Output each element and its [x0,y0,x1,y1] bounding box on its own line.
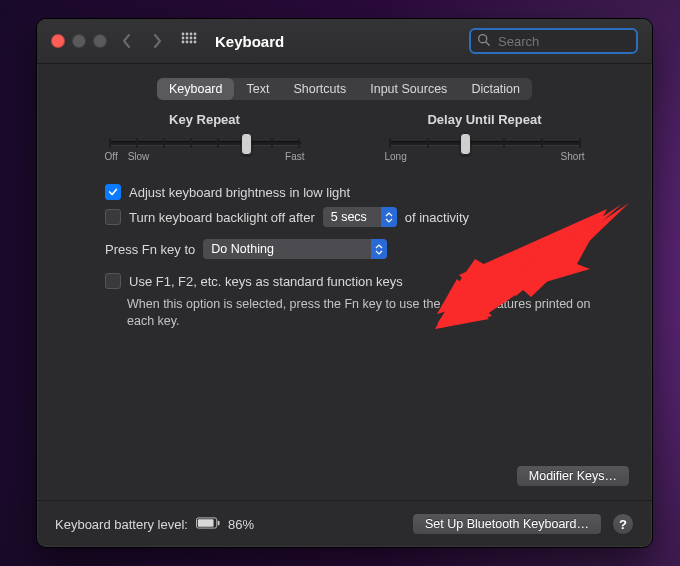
preferences-window: Keyboard Keyboard Text Shortcuts Input S… [36,18,653,548]
svg-point-8 [182,40,185,43]
use-fkeys-description: When this option is selected, press the … [127,296,620,330]
tab-dictation[interactable]: Dictation [459,78,532,100]
zoom-window-button[interactable] [93,34,107,48]
backlight-timeout-value: 5 secs [331,210,367,224]
adjust-brightness-row: Adjust keyboard brightness in low light [105,184,620,200]
close-window-button[interactable] [51,34,65,48]
key-repeat-scale-labels: Off Slow Fast [105,151,305,162]
battery-label: Keyboard battery level: [55,517,188,532]
modifier-keys-button[interactable]: Modifier Keys… [516,465,630,487]
key-repeat-slider-group: Key Repeat Off Slow Fast [105,112,305,162]
svg-point-6 [190,36,193,39]
delay-thumb[interactable] [460,133,471,155]
key-repeat-fast-label: Fast [285,151,304,162]
content-area: Keyboard Text Shortcuts Input Sources Di… [37,78,652,344]
stepper-arrows-icon [371,239,387,259]
svg-point-7 [194,36,197,39]
modifier-keys-row: Modifier Keys… [516,465,630,487]
svg-point-1 [186,32,189,35]
use-fkeys-checkbox[interactable] [105,273,121,289]
press-fn-row: Press Fn key to Do Nothing [105,239,620,259]
delay-label: Delay Until Repeat [385,112,585,127]
footer-bar: Keyboard battery level: 86% Set Up Bluet… [37,500,652,547]
window-controls [51,34,107,48]
minimize-window-button[interactable] [72,34,86,48]
key-repeat-label: Key Repeat [105,112,305,127]
key-repeat-off-label: Off [105,151,118,162]
key-repeat-slider[interactable] [109,141,301,145]
delay-short-label: Short [561,151,585,162]
svg-rect-15 [218,520,220,525]
delay-long-label: Long [385,151,407,162]
adjust-brightness-checkbox[interactable] [105,184,121,200]
setup-bluetooth-keyboard-button[interactable]: Set Up Bluetooth Keyboard… [412,513,602,535]
tab-text[interactable]: Text [234,78,281,100]
use-fkeys-label: Use F1, F2, etc. keys as standard functi… [129,274,403,289]
tab-keyboard[interactable]: Keyboard [157,78,235,100]
press-fn-value: Do Nothing [211,242,274,256]
backlight-off-checkbox[interactable] [105,209,121,225]
press-fn-dropdown[interactable]: Do Nothing [203,239,387,259]
backlight-off-label-before: Turn keyboard backlight off after [129,210,315,225]
svg-rect-16 [198,519,214,526]
backlight-off-row: Turn keyboard backlight off after 5 secs… [105,207,620,227]
delay-until-repeat-slider-group: Delay Until Repeat Long Short [385,112,585,162]
svg-point-0 [182,32,185,35]
svg-point-2 [190,32,193,35]
titlebar: Keyboard [37,19,652,64]
window-title: Keyboard [215,33,284,50]
back-button[interactable] [117,29,137,53]
battery-icon [196,517,220,532]
press-fn-label: Press Fn key to [105,242,195,257]
svg-point-4 [182,36,185,39]
delay-scale-labels: Long Short [385,151,585,162]
stepper-arrows-icon [381,207,397,227]
svg-point-10 [190,40,193,43]
backlight-timeout-dropdown[interactable]: 5 secs [323,207,397,227]
search-input[interactable] [496,33,653,50]
svg-point-5 [186,36,189,39]
search-field[interactable] [469,28,638,54]
svg-line-13 [486,42,489,45]
settings-list: Adjust keyboard brightness in low light … [105,184,620,330]
svg-point-11 [194,40,197,43]
tab-shortcuts[interactable]: Shortcuts [281,78,358,100]
slider-section: Key Repeat Off Slow Fast [71,112,618,162]
svg-point-9 [186,40,189,43]
key-repeat-thumb[interactable] [241,133,252,155]
adjust-brightness-label: Adjust keyboard brightness in low light [129,185,350,200]
delay-until-repeat-slider[interactable] [389,141,581,145]
key-repeat-slow-label: Slow [128,151,150,162]
tab-bar: Keyboard Text Shortcuts Input Sources Di… [157,78,532,100]
svg-point-3 [194,32,197,35]
show-all-preferences-button[interactable] [181,32,197,51]
search-icon [477,33,490,49]
battery-percent: 86% [228,517,254,532]
use-fkeys-row: Use F1, F2, etc. keys as standard functi… [105,273,620,289]
forward-button[interactable] [147,29,167,53]
battery-status: Keyboard battery level: 86% [55,517,254,532]
help-button[interactable]: ? [612,513,634,535]
tab-input-sources[interactable]: Input Sources [358,78,459,100]
backlight-off-label-after: of inactivity [405,210,469,225]
